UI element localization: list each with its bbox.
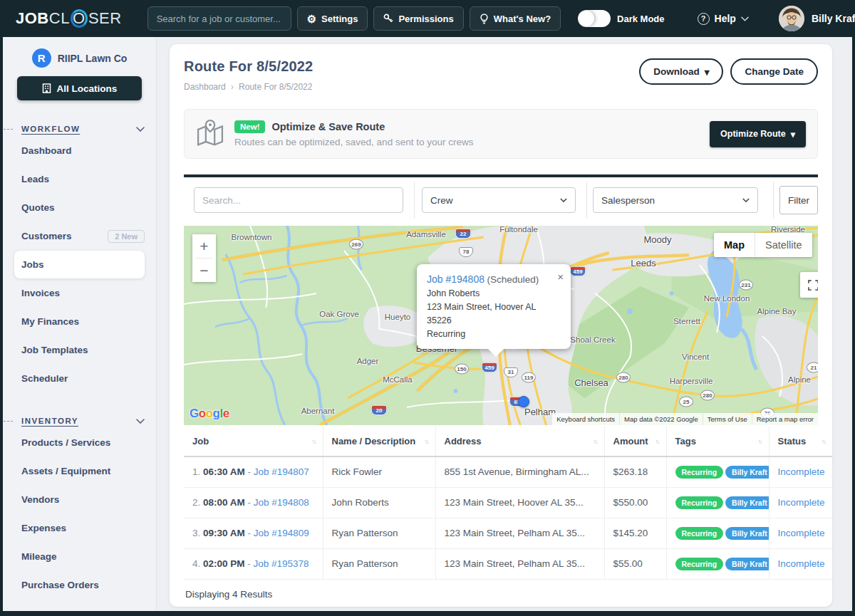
sidebar-item-scheduler[interactable]: Scheduler bbox=[3, 365, 156, 392]
row-index: 4. bbox=[192, 558, 203, 569]
sidebar-item-assets-equipment[interactable]: Assets / Equipment bbox=[3, 457, 156, 485]
map-type-map[interactable]: Map bbox=[714, 233, 755, 257]
sidebar-item-dashboard[interactable]: Dashboard bbox=[3, 137, 156, 165]
map-marker[interactable] bbox=[518, 396, 529, 407]
column-header-name-description[interactable]: Name / Description↑↓ bbox=[323, 427, 435, 456]
change-date-button[interactable]: Change Date bbox=[730, 58, 818, 85]
row-index: 2. bbox=[192, 497, 203, 508]
fullscreen-button[interactable] bbox=[800, 272, 818, 298]
status-link[interactable]: Incomplete bbox=[778, 466, 825, 477]
sidebar-item-my-finances[interactable]: My Finances bbox=[3, 308, 156, 335]
sort-icon[interactable]: ↑↓ bbox=[656, 438, 659, 445]
download-label: Download bbox=[653, 66, 700, 77]
column-header-address[interactable]: Address↑↓ bbox=[435, 427, 604, 456]
job-name: Rick Fowler bbox=[323, 456, 435, 487]
status-link[interactable]: Incomplete bbox=[778, 528, 825, 538]
sidebar-item-quotes[interactable]: Quotes bbox=[3, 194, 156, 221]
sidebar-item-jobs[interactable]: Jobs bbox=[14, 251, 145, 278]
sidebar-item-invoices[interactable]: Invoices bbox=[3, 279, 156, 307]
job-link[interactable]: Job #194809 bbox=[254, 528, 309, 538]
close-icon[interactable]: × bbox=[557, 269, 564, 286]
filter-button[interactable]: Filter bbox=[779, 186, 818, 214]
user-menu[interactable]: Billy Kraft bbox=[779, 6, 855, 31]
map-attribution-item[interactable]: Report a map error bbox=[752, 413, 818, 425]
table-header-row: Job↑↓Name / Description↑↓Address↑↓Amount… bbox=[184, 427, 832, 456]
map-type-satellite[interactable]: Satellite bbox=[755, 233, 812, 257]
global-search-input[interactable] bbox=[147, 6, 291, 31]
sidebar-item-products-services[interactable]: Products / Services bbox=[3, 429, 156, 456]
map-attribution-item[interactable]: Map data ©2022 Google bbox=[619, 413, 703, 425]
user-name: Billy Kraft bbox=[812, 13, 855, 24]
sort-icon[interactable]: ↑↓ bbox=[822, 438, 825, 445]
sort-icon[interactable]: ↑↓ bbox=[312, 438, 316, 445]
tag-recurring[interactable]: Recurring bbox=[675, 496, 724, 509]
google-logo[interactable]: Google bbox=[190, 407, 229, 421]
sidebar-item-expenses[interactable]: Expenses bbox=[3, 514, 156, 542]
column-header-status[interactable]: Status↑↓ bbox=[769, 427, 832, 456]
tag-assignee[interactable]: Billy Kraft bbox=[725, 558, 769, 570]
folded-map-pin-icon bbox=[196, 119, 224, 149]
sidebar-item-purchase-orders[interactable]: Purchase Orders bbox=[3, 571, 156, 599]
map-info-window: × Job #194808 (Scheduled) John Roberts 1… bbox=[417, 264, 571, 349]
map-attribution-item[interactable]: Keyboard shortcuts bbox=[551, 413, 619, 425]
crew-select[interactable]: Crew bbox=[422, 187, 576, 213]
sidebar-item-label: Mileage bbox=[21, 551, 57, 562]
whats-new-button[interactable]: What's New? bbox=[470, 6, 561, 31]
job-link[interactable]: Job #194808 bbox=[254, 497, 309, 508]
optimize-route-button[interactable]: Optimize Route ▾ bbox=[710, 121, 806, 147]
zoom-in-button[interactable]: + bbox=[192, 234, 216, 258]
status-link[interactable]: Incomplete bbox=[778, 497, 825, 508]
row-index: 3. bbox=[192, 528, 203, 538]
tag-assignee[interactable]: Billy Kraft bbox=[725, 496, 769, 509]
job-link[interactable]: Job #195378 bbox=[254, 558, 309, 569]
sort-icon[interactable]: ↑↓ bbox=[758, 438, 762, 445]
sidebar-item-customers[interactable]: Customers2 New bbox=[3, 222, 156, 250]
sidebar-item-leads[interactable]: Leads bbox=[3, 165, 156, 193]
column-header-tags[interactable]: Tags↑↓ bbox=[666, 427, 769, 456]
route-map[interactable]: BrowntownAdamsvilleFultondaleMoodyLeedsR… bbox=[184, 226, 818, 425]
job-time: 06:30 AM bbox=[203, 466, 245, 477]
column-header-amount[interactable]: Amount↑↓ bbox=[604, 427, 666, 456]
tag-assignee[interactable]: Billy Kraft bbox=[725, 527, 769, 540]
all-locations-button[interactable]: All Locations bbox=[17, 76, 142, 100]
map-attribution-item[interactable]: Terms of Use bbox=[703, 413, 752, 425]
breadcrumb-item[interactable]: Dashboard bbox=[184, 82, 226, 92]
tag-recurring[interactable]: Recurring bbox=[675, 527, 724, 540]
sidebar-item-job-templates[interactable]: Job Templates bbox=[3, 336, 156, 364]
route-search-input[interactable] bbox=[194, 187, 403, 213]
tag-assignee[interactable]: Billy Kraft bbox=[725, 466, 769, 479]
settings-button[interactable]: ⚙ Settings bbox=[297, 6, 368, 31]
map-place-label: Oak Grove bbox=[319, 310, 359, 318]
bottom-border bbox=[0, 611, 855, 616]
zoom-out-button[interactable]: − bbox=[192, 259, 216, 282]
tag-recurring[interactable]: Recurring bbox=[675, 466, 724, 479]
dark-mode-label: Dark Mode bbox=[617, 14, 664, 24]
info-status: (Scheduled) bbox=[487, 274, 539, 285]
job-address: 855 1st Avenue, Birmingham AL... bbox=[435, 456, 604, 487]
sort-icon[interactable]: ↑↓ bbox=[425, 438, 428, 445]
job-link[interactable]: Job #194807 bbox=[254, 466, 309, 477]
salesperson-select[interactable]: Salesperson bbox=[593, 187, 758, 213]
column-header-job[interactable]: Job↑↓ bbox=[184, 427, 323, 456]
sort-icon[interactable]: ↑↓ bbox=[594, 438, 597, 445]
tag-recurring[interactable]: Recurring bbox=[675, 558, 724, 570]
company-row[interactable]: R RIIPL Lawn Co bbox=[3, 48, 156, 68]
sidebar-item-label: Assets / Equipment bbox=[21, 466, 110, 476]
info-job-link[interactable]: Job #194808 bbox=[427, 273, 484, 285]
column-header-label: Name / Description bbox=[332, 436, 416, 447]
sidebar-section-inventory[interactable]: INVENTORY bbox=[3, 414, 156, 428]
help-menu[interactable]: ? Help bbox=[698, 13, 749, 25]
sidebar-section-workflow[interactable]: WORKFLOW bbox=[3, 122, 156, 136]
sidebar-item-vendors[interactable]: Vendors bbox=[3, 486, 156, 513]
table-row: 4. 02:00 PM - Job #195378Ryan Patterson1… bbox=[184, 548, 832, 579]
download-button[interactable]: Download ▾ bbox=[639, 58, 723, 85]
route-table-area: Crew Salesperson Filter bbox=[184, 174, 818, 607]
permissions-button[interactable]: Permissions bbox=[373, 6, 463, 31]
route-shield-icon: 459 bbox=[482, 362, 498, 373]
sidebar-item-label: Job Templates bbox=[21, 345, 88, 355]
sidebar-item-mileage[interactable]: Mileage bbox=[3, 543, 156, 570]
dark-mode-toggle[interactable] bbox=[578, 10, 611, 27]
app-logo[interactable]: JOBCLOSER bbox=[16, 9, 122, 28]
status-link[interactable]: Incomplete bbox=[778, 558, 825, 569]
info-address: 123 Main Street, Hoover AL 35226 bbox=[427, 301, 561, 328]
